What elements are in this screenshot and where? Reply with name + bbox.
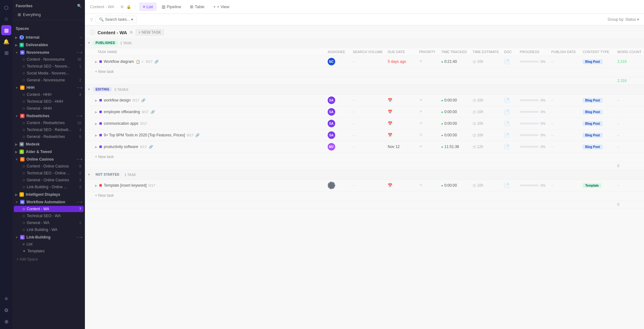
leaf-label: Technical SEO - WA — [27, 214, 61, 218]
not-started-total-row: 0 — [85, 201, 644, 208]
task-link-icon: 🔗 — [141, 98, 146, 102]
task-expand-btn[interactable]: ▶ — [95, 134, 97, 137]
editing-word-count-total: 0 — [615, 162, 644, 170]
group-by-label: Group by: Status ▾ — [608, 17, 639, 22]
tab-pipeline[interactable]: ▥ Pipeline — [158, 3, 185, 11]
sidebar-group-linkbuilding[interactable]: ▼ L Link-Building ··· + — [13, 233, 85, 241]
sidebar-leaf-content-wa[interactable]: Content - WA 7 — [14, 206, 84, 212]
sidebar-leaf-techseo-redswitches[interactable]: Technical SEO - Redswit... 4 — [14, 127, 84, 133]
app-icon[interactable]: ▦ — [1, 25, 11, 35]
home-icon[interactable]: ⬡ — [1, 3, 11, 13]
sidebar-leaf-techseo-hhh[interactable]: Technical SEO - HHH — [14, 98, 84, 105]
search-icon[interactable]: 🔍 — [77, 4, 82, 8]
add-space-btn[interactable]: + Add Space — [16, 257, 38, 261]
sidebar-group-alder[interactable]: ▶ A Alder & Tweed — [13, 148, 85, 155]
table-row[interactable]: ▶ Template [insert keyword] 0/17 – 📅 ⚑ ●… — [85, 180, 644, 191]
sidebar-leaf-techseo-novoresume[interactable]: Technical SEO - Novore... 1 — [14, 63, 84, 69]
bell-icon[interactable]: 🔔 — [1, 36, 11, 47]
col-header-task: TASK NAME — [85, 48, 325, 56]
sidebar-group-medesk[interactable]: ▶ M Medesk — [13, 140, 85, 148]
sidebar-leaf-linkbuilding-wa[interactable]: Link Building - WA — [14, 227, 84, 233]
everything-icon: ⊞ — [18, 12, 21, 17]
published-section-header-row: ▼ PUBLISHED 1 TASK — [85, 38, 644, 48]
new-task-row-not-started[interactable]: + New task — [85, 191, 644, 201]
table-row[interactable]: ▶ productivity software 0/17 🔗 MV – Nov … — [85, 141, 644, 153]
task-color-square — [99, 122, 102, 125]
content-type-badge: Blog Post — [583, 59, 602, 64]
sidebar-leaf-content-hhh[interactable]: Content - HHH 4 — [14, 91, 84, 98]
tab-list[interactable]: ≡ List — [139, 3, 157, 11]
leaf-badge: 7 — [79, 207, 81, 211]
list-icon[interactable]: ≡ — [1, 294, 11, 304]
table-row[interactable]: ▶ Workflow diagram 📋 ✓ 0/17 🔗 NC – 5 day… — [85, 56, 644, 68]
sidebar-group-online-casinos[interactable]: ▼ O Online Casinos ··· + — [13, 155, 85, 163]
sidebar-leaf-general-hhh[interactable]: General - HHH — [14, 105, 84, 112]
sidebar-leaf-general-wa[interactable]: General - WA 1 — [14, 220, 84, 226]
new-task-row-published[interactable]: + New task — [85, 68, 644, 77]
table-row[interactable]: ▶ communication apps 0/17 SA – 📅 ⚑ ●0:00… — [85, 118, 644, 129]
sidebar-leaf-templates[interactable]: ✦ Templates — [14, 248, 84, 254]
section-expand-not-started[interactable]: ▼ — [87, 173, 91, 176]
sidebar-leaf-general-online[interactable]: General - Online Casinos 3 — [14, 177, 84, 183]
task-expand-btn[interactable]: ▶ — [95, 184, 97, 187]
sidebar-group-hhh[interactable]: ▼ H HHH ··· + — [13, 84, 85, 91]
table-row[interactable]: ▶ employee offboarding 0/17 🔗 SA – 📅 ⚑ ●… — [85, 106, 644, 118]
online-casinos-actions: ··· + — [76, 157, 82, 161]
sidebar-leaf-linkbuilding-online[interactable]: Link-Building - Online ... 2 — [14, 184, 84, 190]
sidebar-leaf-social-novoresume[interactable]: Social Media - Novores... — [14, 70, 84, 76]
chevron-redswitches: ▼ — [15, 114, 18, 118]
search-tasks-btn[interactable]: 🔍 Search tasks... ▾ — [96, 16, 136, 23]
sidebar-leaf-general-novoresume[interactable]: General - Novoresume 2 — [14, 77, 84, 83]
sidebar-group-novoresume[interactable]: ▼ N Novoresume ··· + — [13, 48, 85, 56]
doc-icon: 📄 — [504, 133, 509, 138]
everything-label: Everything — [23, 13, 41, 17]
sidebar-group-workflow[interactable]: ▼ W Workflow Automation ··· + — [13, 198, 85, 206]
new-task-row-editing[interactable]: + New task — [85, 153, 644, 162]
sidebar-leaf-content-online[interactable]: Content - Online Casinos 8 — [14, 163, 84, 169]
sidebar-leaf-list[interactable]: ≡ List — [14, 241, 84, 247]
collapse-btn[interactable]: ○ — [90, 30, 95, 35]
workflow-label: Workflow Automation — [26, 200, 65, 204]
star-icon[interactable]: ☆ — [1, 14, 11, 24]
sidebar-leaf-techseo-online[interactable]: Technical SEO - Online ... 2 — [14, 170, 84, 176]
sidebar-group-deliverables[interactable]: ▶ D Deliverables ··· — [13, 41, 85, 48]
sidebar-group-intelligent-displays[interactable]: ▶ I Intelligent Displays — [13, 190, 85, 198]
task-expand-btn[interactable]: ▶ — [95, 110, 97, 114]
sidebar-group-internal[interactable]: ▶ 👤 Internal ··· — [13, 33, 85, 41]
task-expand-btn[interactable]: ▶ — [95, 122, 97, 125]
dot-icon — [23, 172, 25, 174]
settings-icon-topbar[interactable]: ⚙ — [120, 5, 124, 9]
dot-icon — [23, 165, 25, 167]
section-expand-editing[interactable]: ▼ — [87, 88, 91, 91]
new-task-cell: + New task — [85, 191, 644, 201]
settings-bottom-icon[interactable]: ⚙ — [1, 305, 11, 315]
progress-bar — [520, 61, 539, 63]
task-link-icon: 🔗 — [151, 110, 155, 114]
table-row[interactable]: ▶ 9+ Top 8PM Tools in 2020 [Top Features… — [85, 129, 644, 141]
time-icon: ● — [441, 60, 443, 63]
content-settings-icon[interactable]: ⚙ — [130, 30, 133, 35]
sidebar-leaf-techseo-wa[interactable]: Technical SEO - WA — [14, 213, 84, 219]
plus-bottom-icon[interactable]: ⊕ — [1, 316, 11, 326]
task-expand-btn[interactable]: ▶ — [95, 99, 97, 102]
sidebar-item-everything[interactable]: ⊞ Everything — [14, 11, 84, 18]
table-row[interactable]: ▶ workflow design 0/17 🔗 SA – 📅 ⚑ — [85, 95, 644, 106]
redswitches-actions: ··· + — [76, 114, 82, 118]
task-expand-btn[interactable]: ▶ — [95, 60, 97, 63]
sidebar-leaf-content-redswitches[interactable]: Content - Redswitches 10 — [14, 120, 84, 126]
sidebar-group-redswitches[interactable]: ▼ R Redswitches ··· + — [13, 112, 85, 119]
task-expand-btn[interactable]: ▶ — [95, 145, 97, 149]
sidebar-leaf-content-novoresume[interactable]: Content - Novoresume 38 — [14, 56, 84, 63]
tab-table[interactable]: ⊞ Table — [186, 3, 208, 11]
doc-cell: 📄 — [502, 95, 517, 106]
avatar: MV — [328, 143, 335, 151]
grid-icon[interactable]: ⊞ — [1, 48, 11, 58]
task-counter: 0/17 — [142, 110, 148, 114]
table-tab-icon: ⊞ — [190, 4, 193, 9]
tab-view-add[interactable]: + + View — [209, 3, 233, 11]
section-expand-published[interactable]: ▼ — [87, 41, 91, 45]
task-name-text: Template [insert keyword] — [104, 183, 147, 188]
medesk-icon: M — [19, 142, 24, 146]
sidebar-leaf-general-redswitches[interactable]: General - Redswitches 5 — [14, 134, 84, 140]
new-task-btn[interactable]: + NEW TASK — [136, 29, 164, 36]
